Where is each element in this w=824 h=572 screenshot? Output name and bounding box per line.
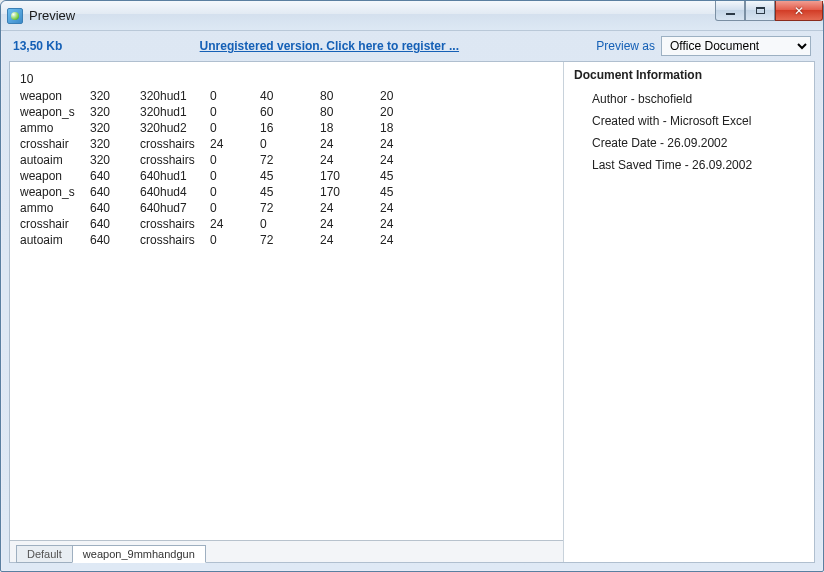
document-info-header: Document Information bbox=[574, 68, 804, 82]
table-row: crosshair640crosshairs2402424 bbox=[20, 216, 553, 232]
cell: 45 bbox=[260, 184, 320, 200]
cell: 72 bbox=[260, 200, 320, 216]
preview-window: Preview ✕ 13,50 Kb Unregistered version.… bbox=[0, 0, 824, 572]
cell: 20 bbox=[380, 104, 420, 120]
cell: 72 bbox=[260, 152, 320, 168]
preview-as-label: Preview as bbox=[596, 39, 655, 53]
table-row: weapon320320hud10408020 bbox=[20, 88, 553, 104]
titlebar[interactable]: Preview ✕ bbox=[1, 1, 823, 31]
table-row: weapon640640hud104517045 bbox=[20, 168, 553, 184]
cell: 80 bbox=[320, 88, 380, 104]
cell: 320hud1 bbox=[140, 88, 210, 104]
cell: 640 bbox=[90, 216, 140, 232]
cell: 24 bbox=[380, 200, 420, 216]
content-panel: 10 weapon320320hud10408020weapon_s320320… bbox=[9, 61, 815, 563]
cell: 0 bbox=[260, 136, 320, 152]
cell: 24 bbox=[380, 136, 420, 152]
cell: 45 bbox=[380, 184, 420, 200]
cell: 24 bbox=[320, 152, 380, 168]
cell: 24 bbox=[320, 232, 380, 248]
cell: 320 bbox=[90, 104, 140, 120]
cell: 0 bbox=[210, 200, 260, 216]
cell: 18 bbox=[380, 120, 420, 136]
cell: crosshairs bbox=[140, 232, 210, 248]
cell: 640 bbox=[90, 200, 140, 216]
cell: 320hud1 bbox=[140, 104, 210, 120]
cell: 45 bbox=[380, 168, 420, 184]
document-info-item: Author - bschofield bbox=[592, 92, 804, 106]
cell: ammo bbox=[20, 200, 90, 216]
cell: 18 bbox=[320, 120, 380, 136]
cell: 24 bbox=[320, 200, 380, 216]
grid-head: 10 bbox=[20, 70, 553, 88]
status-strip: 13,50 Kb Unregistered version. Click her… bbox=[1, 31, 823, 61]
cell: 0 bbox=[210, 152, 260, 168]
cell: weapon_s bbox=[20, 104, 90, 120]
cell: 24 bbox=[380, 232, 420, 248]
cell: ammo bbox=[20, 120, 90, 136]
cell: 640 bbox=[90, 184, 140, 200]
cell: 0 bbox=[210, 120, 260, 136]
cell: 0 bbox=[260, 216, 320, 232]
cell: 0 bbox=[210, 168, 260, 184]
table-row: ammo320320hud20161818 bbox=[20, 120, 553, 136]
cell: 320hud2 bbox=[140, 120, 210, 136]
minimize-button[interactable] bbox=[715, 1, 745, 21]
cell: 45 bbox=[260, 168, 320, 184]
sheet-tab[interactable]: Default bbox=[16, 545, 73, 563]
cell: 0 bbox=[210, 104, 260, 120]
document-info-item: Created with - Microsoft Excel bbox=[592, 114, 804, 128]
cell: autoaim bbox=[20, 232, 90, 248]
cell: 170 bbox=[320, 168, 380, 184]
cell: crosshairs bbox=[140, 152, 210, 168]
cell: crosshairs bbox=[140, 136, 210, 152]
cell: 0 bbox=[210, 232, 260, 248]
cell: crosshair bbox=[20, 216, 90, 232]
table-row: weapon_s640640hud404517045 bbox=[20, 184, 553, 200]
cell: 72 bbox=[260, 232, 320, 248]
cell: 60 bbox=[260, 104, 320, 120]
document-info-item: Create Date - 26.09.2002 bbox=[592, 136, 804, 150]
preview-pane: 10 weapon320320hud10408020weapon_s320320… bbox=[10, 62, 564, 562]
close-button[interactable]: ✕ bbox=[775, 1, 823, 21]
document-info-item: Last Saved Time - 26.09.2002 bbox=[592, 158, 804, 172]
app-icon bbox=[7, 8, 23, 24]
register-link[interactable]: Unregistered version. Click here to regi… bbox=[62, 39, 596, 53]
cell: 24 bbox=[210, 136, 260, 152]
file-size: 13,50 Kb bbox=[13, 39, 62, 53]
cell: weapon bbox=[20, 168, 90, 184]
document-info-pane: Document Information Author - bschofield… bbox=[564, 62, 814, 562]
sheet-tabs: Defaultweapon_9mmhandgun bbox=[10, 540, 563, 562]
preview-as-select[interactable]: Office Document bbox=[661, 36, 811, 56]
cell: 0 bbox=[210, 184, 260, 200]
window-controls: ✕ bbox=[715, 1, 823, 21]
cell: crosshair bbox=[20, 136, 90, 152]
cell: 170 bbox=[320, 184, 380, 200]
sheet-tab[interactable]: weapon_9mmhandgun bbox=[72, 545, 206, 563]
cell: 24 bbox=[380, 216, 420, 232]
cell: 24 bbox=[320, 216, 380, 232]
table-row: autoaim640crosshairs0722424 bbox=[20, 232, 553, 248]
cell: 640hud7 bbox=[140, 200, 210, 216]
cell: 320 bbox=[90, 136, 140, 152]
preview-grid[interactable]: 10 weapon320320hud10408020weapon_s320320… bbox=[10, 62, 563, 540]
cell: 24 bbox=[210, 216, 260, 232]
maximize-button[interactable] bbox=[745, 1, 775, 21]
cell: 640 bbox=[90, 232, 140, 248]
cell: 640hud4 bbox=[140, 184, 210, 200]
table-row: crosshair320crosshairs2402424 bbox=[20, 136, 553, 152]
cell: crosshairs bbox=[140, 216, 210, 232]
cell: weapon bbox=[20, 88, 90, 104]
cell: 20 bbox=[380, 88, 420, 104]
cell: 0 bbox=[210, 88, 260, 104]
table-row: autoaim320crosshairs0722424 bbox=[20, 152, 553, 168]
cell: weapon_s bbox=[20, 184, 90, 200]
table-row: weapon_s320320hud10608020 bbox=[20, 104, 553, 120]
cell: 320 bbox=[90, 152, 140, 168]
table-row: ammo640640hud70722424 bbox=[20, 200, 553, 216]
cell: 16 bbox=[260, 120, 320, 136]
cell: 320 bbox=[90, 88, 140, 104]
cell: 640 bbox=[90, 168, 140, 184]
window-title: Preview bbox=[29, 8, 75, 23]
cell: 320 bbox=[90, 120, 140, 136]
